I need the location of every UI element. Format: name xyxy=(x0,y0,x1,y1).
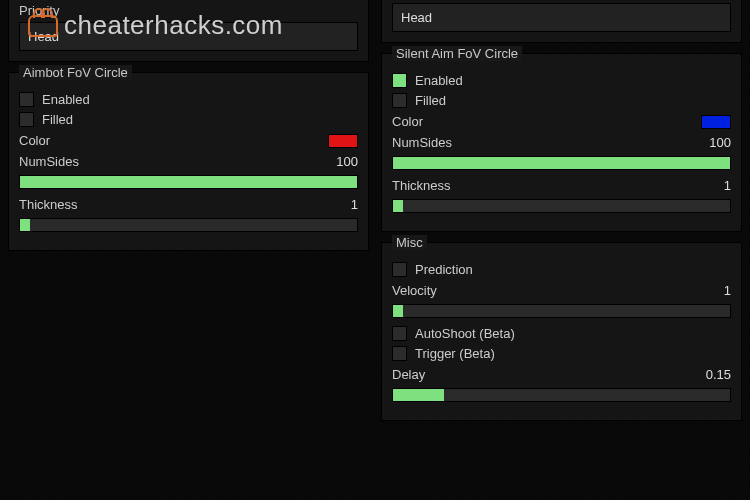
checkbox-icon xyxy=(392,346,407,361)
aimbot-enabled-checkbox[interactable]: Enabled xyxy=(19,92,358,107)
prediction-checkbox[interactable]: Prediction xyxy=(392,262,731,277)
delay-value: 0.15 xyxy=(706,367,731,382)
slider-fill xyxy=(393,389,444,401)
slider-fill xyxy=(20,176,357,188)
aimbot-filled-checkbox[interactable]: Filled xyxy=(19,112,358,127)
autoshoot-checkbox[interactable]: AutoShoot (Beta) xyxy=(392,326,731,341)
prediction-label: Prediction xyxy=(415,262,473,277)
silent-numsides-value: 100 xyxy=(709,135,731,150)
checkbox-icon xyxy=(392,262,407,277)
silent-fov-panel: Silent Aim FoV Circle Enabled Filled Col… xyxy=(381,53,742,232)
checkbox-icon xyxy=(392,93,407,108)
aimbot-thickness-slider[interactable] xyxy=(19,218,358,232)
checkbox-icon xyxy=(19,112,34,127)
delay-label: Delay xyxy=(392,367,425,382)
aimbot-fov-title: Aimbot FoV Circle xyxy=(19,65,132,80)
right-head-dropdown[interactable]: Head xyxy=(392,3,731,32)
aimbot-color-label: Color xyxy=(19,133,50,148)
delay-slider[interactable] xyxy=(392,388,731,402)
slider-fill xyxy=(20,219,30,231)
watermark: cheaterhacks.com xyxy=(28,10,283,41)
aimbot-thickness-label: Thickness xyxy=(19,197,78,212)
misc-title: Misc xyxy=(392,235,427,250)
right-head-group: Head xyxy=(381,0,742,43)
silent-filled-label: Filled xyxy=(415,93,446,108)
aimbot-filled-label: Filled xyxy=(42,112,73,127)
slider-fill xyxy=(393,157,730,169)
checkbox-icon xyxy=(392,326,407,341)
aimbot-enabled-label: Enabled xyxy=(42,92,90,107)
aimbot-numsides-value: 100 xyxy=(336,154,358,169)
aimbot-fov-panel: Aimbot FoV Circle Enabled Filled Color N… xyxy=(8,72,369,251)
silent-thickness-label: Thickness xyxy=(392,178,451,193)
autoshoot-label: AutoShoot (Beta) xyxy=(415,326,515,341)
velocity-value: 1 xyxy=(724,283,731,298)
misc-panel: Misc Prediction Velocity 1 AutoShoot (Be… xyxy=(381,242,742,421)
slider-fill xyxy=(393,200,403,212)
aimbot-thickness-value: 1 xyxy=(351,197,358,212)
slider-fill xyxy=(393,305,403,317)
right-head-value: Head xyxy=(401,10,432,25)
silent-color-swatch[interactable] xyxy=(701,115,731,129)
checkbox-icon xyxy=(392,73,407,88)
silent-thickness-slider[interactable] xyxy=(392,199,731,213)
gamepad-icon xyxy=(28,15,58,37)
silent-enabled-label: Enabled xyxy=(415,73,463,88)
silent-filled-checkbox[interactable]: Filled xyxy=(392,93,731,108)
velocity-slider[interactable] xyxy=(392,304,731,318)
silent-numsides-label: NumSides xyxy=(392,135,452,150)
silent-enabled-checkbox[interactable]: Enabled xyxy=(392,73,731,88)
silent-color-label: Color xyxy=(392,114,423,129)
aimbot-color-swatch[interactable] xyxy=(328,134,358,148)
trigger-label: Trigger (Beta) xyxy=(415,346,495,361)
checkbox-icon xyxy=(19,92,34,107)
aimbot-numsides-slider[interactable] xyxy=(19,175,358,189)
silent-thickness-value: 1 xyxy=(724,178,731,193)
velocity-label: Velocity xyxy=(392,283,437,298)
silent-numsides-slider[interactable] xyxy=(392,156,731,170)
trigger-checkbox[interactable]: Trigger (Beta) xyxy=(392,346,731,361)
aimbot-numsides-label: NumSides xyxy=(19,154,79,169)
silent-fov-title: Silent Aim FoV Circle xyxy=(392,46,522,61)
watermark-text: cheaterhacks.com xyxy=(64,10,283,41)
